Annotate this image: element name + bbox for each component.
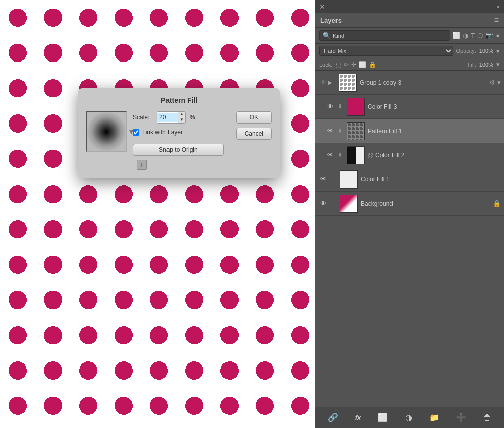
filter-search-box: 🔍 — [319, 30, 450, 41]
thumb-bg-visual — [340, 195, 357, 212]
fill-chevron-icon[interactable]: ▾ — [496, 60, 500, 68]
thumb-split-right — [356, 147, 364, 164]
delete-layer-button[interactable]: 🗑 — [480, 412, 494, 423]
scale-down-button[interactable]: ▼ — [178, 117, 185, 123]
layer-row[interactable]: 👁 ▶ Group 1 copy 3 ⚙ ▾ — [315, 71, 504, 95]
collapse-panel-button[interactable]: « — [496, 3, 500, 10]
link-layers-button[interactable]: 🔗 — [325, 412, 341, 423]
visibility-toggle[interactable]: 👁 — [325, 151, 335, 159]
add-adjustment-button[interactable]: ◑ — [402, 412, 415, 423]
scale-spinner: ▲ ▼ — [178, 112, 185, 123]
visibility-toggle[interactable]: 👁 — [318, 79, 328, 86]
layer-name: Color Fill 2 — [375, 152, 501, 159]
filter-input[interactable] — [333, 33, 363, 39]
layer-row[interactable]: 👁 Background 🔒 — [315, 192, 504, 216]
add-mask-button[interactable]: ⬜ — [375, 412, 391, 423]
add-group-button[interactable]: 📁 — [426, 412, 442, 423]
scale-input[interactable] — [157, 113, 178, 122]
blend-mode-select[interactable]: Hard Mix Normal Multiply Screen Overlay — [319, 46, 453, 56]
layer-lock-icon: 🔒 — [493, 200, 501, 207]
scale-row: Scale: ▲ ▼ % — [133, 111, 224, 124]
filter-dot-icon[interactable]: ● — [496, 32, 500, 39]
layer-right-icons: 🔒 — [493, 200, 501, 207]
filter-pixel-icon[interactable]: ⬜ — [452, 32, 460, 39]
link-with-layer-row: Link with Layer — [133, 129, 224, 136]
layer-name: Group 1 copy 3 — [360, 79, 489, 86]
add-pattern-button[interactable]: + — [137, 160, 147, 170]
layer-row[interactable]: 👁 ⬇ ⛓ Color Fill 2 — [315, 143, 504, 167]
layer-row[interactable]: 👁 ⬇ Pattern Fill 1 — [315, 119, 504, 143]
add-fx-button[interactable]: fx — [352, 413, 364, 422]
layer-row[interactable]: 👁 ⬇ Color Fill 3 — [315, 95, 504, 119]
chain-icon: ⬇ — [335, 103, 344, 110]
thumb-white-visual — [340, 171, 357, 188]
layer-name: Color Fill 3 — [368, 103, 501, 110]
dialog-buttons: OK Cancel — [236, 111, 272, 140]
dialog-controls: Scale: ▲ ▼ % Link with Layer Snap to Ori… — [133, 111, 224, 156]
snap-row: Snap to Origin — [133, 144, 224, 156]
panel-header: Layers ≡ — [315, 13, 504, 28]
filter-icons: ⬜ ◑ T ⬡ 📷 ● — [452, 32, 500, 39]
panel-close-bar: ✕ « — [315, 0, 504, 13]
layer-thumbnail — [340, 195, 358, 213]
link-with-layer-label[interactable]: Link with Layer — [142, 129, 183, 136]
panel-footer: 🔗 fx ⬜ ◑ 📁 ➕ 🗑 — [315, 407, 504, 428]
thumb-split-left — [347, 147, 356, 164]
preview-dropdown-button[interactable]: ▼ — [128, 128, 135, 136]
visibility-toggle[interactable]: 👁 — [325, 103, 335, 110]
layer-thumbnail — [339, 74, 357, 92]
lock-label: Lock: — [319, 62, 332, 68]
opacity-value: 100% — [479, 48, 493, 54]
opacity-label: Opacity: — [456, 48, 476, 54]
scale-up-button[interactable]: ▲ — [178, 112, 185, 117]
visibility-toggle[interactable]: 👁 — [325, 127, 335, 135]
layer-row[interactable]: 👁 Color Fill 1 — [315, 167, 504, 192]
panel-menu-button[interactable]: ≡ — [494, 16, 499, 24]
pattern-fill-dialog: Pattern Fill ▼ Scale: ▲ ▼ % — [78, 88, 280, 178]
layer-fx-icon[interactable]: ⚙ — [489, 79, 495, 86]
cancel-button[interactable]: Cancel — [236, 128, 272, 140]
scale-label: Scale: — [133, 114, 153, 121]
canvas-background — [0, 0, 318, 428]
close-panel-button[interactable]: ✕ — [319, 3, 325, 10]
chain-icon: ⬇ — [335, 128, 344, 134]
layer-name: Background — [361, 200, 493, 207]
thumb-dots-visual — [339, 74, 356, 91]
filter-row: 🔍 ⬜ ◑ T ⬡ 📷 ● — [315, 28, 504, 44]
filter-type-icon[interactable]: T — [471, 32, 475, 39]
visibility-toggle[interactable]: 👁 — [318, 175, 328, 183]
chain-icon: ⬇ — [335, 152, 344, 158]
scale-percent-label: % — [190, 114, 195, 121]
ok-button[interactable]: OK — [236, 111, 272, 124]
layer-expand-icon[interactable]: ▾ — [497, 79, 501, 86]
dialog-title: Pattern Fill — [86, 96, 272, 104]
search-icon: 🔍 — [323, 32, 331, 39]
lock-paint-icon[interactable]: ✏ — [344, 61, 349, 68]
layers-panel: ✕ « Layers ≡ 🔍 ⬜ ◑ T ⬡ 📷 ● Hard Mix Norm… — [315, 0, 504, 428]
layer-thumbnail — [347, 98, 365, 116]
visibility-toggle[interactable]: 👁 — [318, 200, 328, 207]
pattern-preview — [86, 111, 127, 152]
blend-mode-row: Hard Mix Normal Multiply Screen Overlay … — [315, 44, 504, 58]
snap-to-origin-button[interactable]: Snap to Origin — [133, 144, 224, 156]
layer-name: Color Fill 1 — [361, 176, 501, 183]
add-layer-button[interactable]: ➕ — [453, 412, 469, 423]
thumb-red-visual — [347, 98, 364, 115]
scale-input-wrap: ▲ ▼ — [157, 111, 186, 124]
filter-smart-icon[interactable]: 📷 — [485, 32, 493, 39]
opacity-chevron-icon[interactable]: ▾ — [496, 47, 500, 55]
lock-position-icon[interactable]: ✛ — [351, 61, 356, 68]
filter-adjustment-icon[interactable]: ◑ — [463, 32, 468, 39]
expand-icon[interactable]: ▶ — [328, 80, 335, 85]
filter-shape-icon[interactable]: ⬡ — [477, 32, 483, 39]
layer-name: Pattern Fill 1 — [368, 128, 501, 135]
layer-right-icons: ⚙ ▾ — [489, 79, 501, 86]
lock-artboard-icon[interactable]: ⬜ — [359, 61, 366, 68]
lock-transparent-icon[interactable]: ⬚ — [335, 61, 341, 68]
lock-all-icon[interactable]: 🔒 — [369, 61, 376, 68]
chain-link-icon: ⛓ — [368, 152, 373, 158]
lock-fill-row: Lock: ⬚ ✏ ✛ ⬜ 🔒 Fill: 100% ▾ — [315, 58, 504, 71]
thumb-split-visual — [347, 147, 364, 164]
lock-icons: ⬚ ✏ ✛ ⬜ 🔒 — [335, 61, 464, 68]
thumb-pattern-visual — [347, 123, 364, 140]
